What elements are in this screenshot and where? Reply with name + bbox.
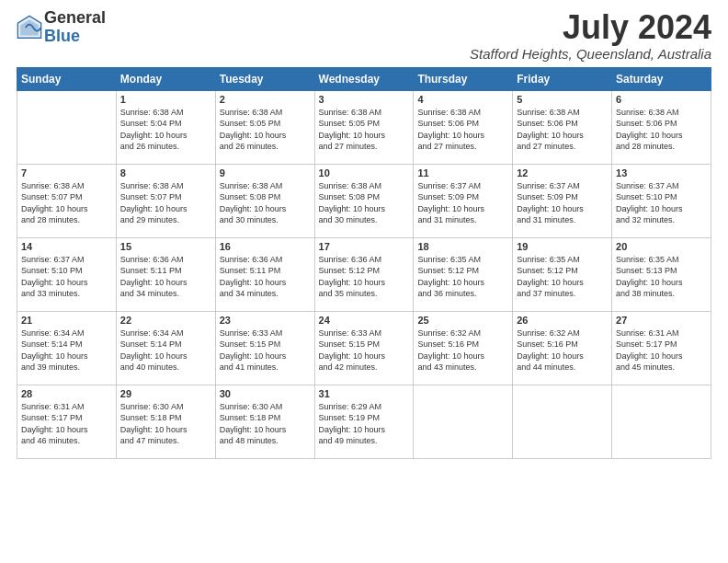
- day-number: 7: [21, 167, 112, 178]
- day-number: 11: [417, 167, 508, 178]
- calendar-cell: 8Sunrise: 6:38 AM Sunset: 5:07 PM Daylig…: [116, 164, 215, 237]
- calendar-cell: 17Sunrise: 6:36 AM Sunset: 5:12 PM Dayli…: [314, 237, 414, 311]
- logo-blue-text: Blue: [44, 28, 106, 46]
- calendar-cell: 1Sunrise: 6:38 AM Sunset: 5:04 PM Daylig…: [116, 90, 215, 164]
- month-year-title: July 2024: [470, 9, 711, 46]
- calendar-cell: [612, 385, 711, 458]
- calendar-cell: 28Sunrise: 6:31 AM Sunset: 5:17 PM Dayli…: [17, 385, 117, 458]
- day-number: 28: [21, 388, 112, 399]
- day-info: Sunrise: 6:37 AM Sunset: 5:09 PM Dayligh…: [517, 180, 608, 226]
- col-sunday: Sunday: [17, 67, 117, 90]
- day-info: Sunrise: 6:37 AM Sunset: 5:10 PM Dayligh…: [21, 254, 112, 300]
- day-info: Sunrise: 6:29 AM Sunset: 5:19 PM Dayligh…: [319, 401, 410, 447]
- day-number: 23: [220, 315, 311, 326]
- calendar-cell: 13Sunrise: 6:37 AM Sunset: 5:10 PM Dayli…: [612, 164, 711, 237]
- day-number: 18: [417, 241, 508, 252]
- calendar-cell: 31Sunrise: 6:29 AM Sunset: 5:19 PM Dayli…: [314, 385, 414, 458]
- logo-icon: [17, 15, 42, 40]
- day-number: 29: [120, 388, 211, 399]
- day-info: Sunrise: 6:35 AM Sunset: 5:12 PM Dayligh…: [517, 254, 608, 300]
- day-info: Sunrise: 6:35 AM Sunset: 5:12 PM Dayligh…: [417, 254, 508, 300]
- calendar-cell: 26Sunrise: 6:32 AM Sunset: 5:16 PM Dayli…: [513, 311, 612, 385]
- calendar-week-2: 7Sunrise: 6:38 AM Sunset: 5:07 PM Daylig…: [17, 164, 711, 237]
- calendar-cell: [414, 385, 513, 458]
- col-saturday: Saturday: [612, 67, 711, 90]
- calendar-cell: 6Sunrise: 6:38 AM Sunset: 5:06 PM Daylig…: [612, 90, 711, 164]
- day-number: 16: [220, 241, 311, 252]
- calendar-cell: 5Sunrise: 6:38 AM Sunset: 5:06 PM Daylig…: [513, 90, 612, 164]
- day-info: Sunrise: 6:36 AM Sunset: 5:11 PM Dayligh…: [220, 254, 311, 300]
- day-info: Sunrise: 6:38 AM Sunset: 5:06 PM Dayligh…: [517, 107, 608, 153]
- day-number: 3: [319, 94, 410, 105]
- day-number: 4: [417, 94, 508, 105]
- day-number: 15: [120, 241, 211, 252]
- calendar-cell: 24Sunrise: 6:33 AM Sunset: 5:15 PM Dayli…: [314, 311, 414, 385]
- title-block: July 2024 Stafford Heights, Queensland, …: [470, 9, 711, 62]
- calendar-cell: 19Sunrise: 6:35 AM Sunset: 5:12 PM Dayli…: [513, 237, 612, 311]
- calendar-cell: 4Sunrise: 6:38 AM Sunset: 5:06 PM Daylig…: [414, 90, 513, 164]
- calendar-cell: 20Sunrise: 6:35 AM Sunset: 5:13 PM Dayli…: [612, 237, 711, 311]
- day-number: 25: [417, 315, 508, 326]
- day-info: Sunrise: 6:35 AM Sunset: 5:13 PM Dayligh…: [616, 254, 707, 300]
- calendar-cell: 9Sunrise: 6:38 AM Sunset: 5:08 PM Daylig…: [215, 164, 314, 237]
- day-info: Sunrise: 6:36 AM Sunset: 5:12 PM Dayligh…: [319, 254, 410, 300]
- logo-text: General Blue: [44, 9, 106, 46]
- calendar-table: Sunday Monday Tuesday Wednesday Thursday…: [17, 67, 711, 459]
- day-number: 17: [319, 241, 410, 252]
- logo: General Blue: [17, 9, 106, 46]
- day-number: 14: [21, 241, 112, 252]
- calendar-cell: 18Sunrise: 6:35 AM Sunset: 5:12 PM Dayli…: [414, 237, 513, 311]
- col-wednesday: Wednesday: [314, 67, 414, 90]
- location-text: Stafford Heights, Queensland, Australia: [470, 46, 711, 62]
- calendar-week-1: 1Sunrise: 6:38 AM Sunset: 5:04 PM Daylig…: [17, 90, 711, 164]
- col-thursday: Thursday: [414, 67, 513, 90]
- calendar-header-row: Sunday Monday Tuesday Wednesday Thursday…: [17, 67, 711, 90]
- col-monday: Monday: [116, 67, 215, 90]
- day-number: 10: [319, 167, 410, 178]
- calendar-cell: 22Sunrise: 6:34 AM Sunset: 5:14 PM Dayli…: [116, 311, 215, 385]
- calendar-cell: 7Sunrise: 6:38 AM Sunset: 5:07 PM Daylig…: [17, 164, 117, 237]
- day-info: Sunrise: 6:31 AM Sunset: 5:17 PM Dayligh…: [616, 327, 707, 373]
- logo-general-text: General: [44, 9, 106, 28]
- calendar-cell: 3Sunrise: 6:38 AM Sunset: 5:05 PM Daylig…: [314, 90, 414, 164]
- calendar-body: 1Sunrise: 6:38 AM Sunset: 5:04 PM Daylig…: [17, 90, 711, 458]
- day-number: 24: [319, 315, 410, 326]
- day-info: Sunrise: 6:31 AM Sunset: 5:17 PM Dayligh…: [21, 401, 112, 447]
- day-number: 26: [517, 315, 608, 326]
- calendar-cell: 2Sunrise: 6:38 AM Sunset: 5:05 PM Daylig…: [215, 90, 314, 164]
- calendar-week-4: 21Sunrise: 6:34 AM Sunset: 5:14 PM Dayli…: [17, 311, 711, 385]
- day-number: 22: [120, 315, 211, 326]
- day-info: Sunrise: 6:38 AM Sunset: 5:08 PM Dayligh…: [220, 180, 311, 226]
- calendar-cell: 25Sunrise: 6:32 AM Sunset: 5:16 PM Dayli…: [414, 311, 513, 385]
- header: General Blue July 2024 Stafford Heights,…: [17, 9, 711, 62]
- calendar-cell: 12Sunrise: 6:37 AM Sunset: 5:09 PM Dayli…: [513, 164, 612, 237]
- day-number: 21: [21, 315, 112, 326]
- day-info: Sunrise: 6:34 AM Sunset: 5:14 PM Dayligh…: [21, 327, 112, 373]
- day-info: Sunrise: 6:38 AM Sunset: 5:06 PM Dayligh…: [417, 107, 508, 153]
- day-info: Sunrise: 6:32 AM Sunset: 5:16 PM Dayligh…: [517, 327, 608, 373]
- day-info: Sunrise: 6:38 AM Sunset: 5:04 PM Dayligh…: [120, 107, 211, 153]
- day-number: 20: [616, 241, 707, 252]
- day-number: 8: [120, 167, 211, 178]
- day-number: 9: [220, 167, 311, 178]
- day-info: Sunrise: 6:32 AM Sunset: 5:16 PM Dayligh…: [417, 327, 508, 373]
- calendar-cell: 29Sunrise: 6:30 AM Sunset: 5:18 PM Dayli…: [116, 385, 215, 458]
- calendar-cell: 10Sunrise: 6:38 AM Sunset: 5:08 PM Dayli…: [314, 164, 414, 237]
- day-info: Sunrise: 6:38 AM Sunset: 5:07 PM Dayligh…: [120, 180, 211, 226]
- col-friday: Friday: [513, 67, 612, 90]
- day-number: 13: [616, 167, 707, 178]
- day-info: Sunrise: 6:38 AM Sunset: 5:08 PM Dayligh…: [319, 180, 410, 226]
- day-info: Sunrise: 6:38 AM Sunset: 5:05 PM Dayligh…: [220, 107, 311, 153]
- day-info: Sunrise: 6:36 AM Sunset: 5:11 PM Dayligh…: [120, 254, 211, 300]
- day-info: Sunrise: 6:38 AM Sunset: 5:05 PM Dayligh…: [319, 107, 410, 153]
- day-info: Sunrise: 6:33 AM Sunset: 5:15 PM Dayligh…: [220, 327, 311, 373]
- calendar-week-3: 14Sunrise: 6:37 AM Sunset: 5:10 PM Dayli…: [17, 237, 711, 311]
- day-info: Sunrise: 6:30 AM Sunset: 5:18 PM Dayligh…: [120, 401, 211, 447]
- calendar-cell: 27Sunrise: 6:31 AM Sunset: 5:17 PM Dayli…: [612, 311, 711, 385]
- col-tuesday: Tuesday: [215, 67, 314, 90]
- day-number: 2: [220, 94, 311, 105]
- calendar-week-5: 28Sunrise: 6:31 AM Sunset: 5:17 PM Dayli…: [17, 385, 711, 458]
- day-info: Sunrise: 6:30 AM Sunset: 5:18 PM Dayligh…: [220, 401, 311, 447]
- day-info: Sunrise: 6:37 AM Sunset: 5:09 PM Dayligh…: [417, 180, 508, 226]
- day-info: Sunrise: 6:33 AM Sunset: 5:15 PM Dayligh…: [319, 327, 410, 373]
